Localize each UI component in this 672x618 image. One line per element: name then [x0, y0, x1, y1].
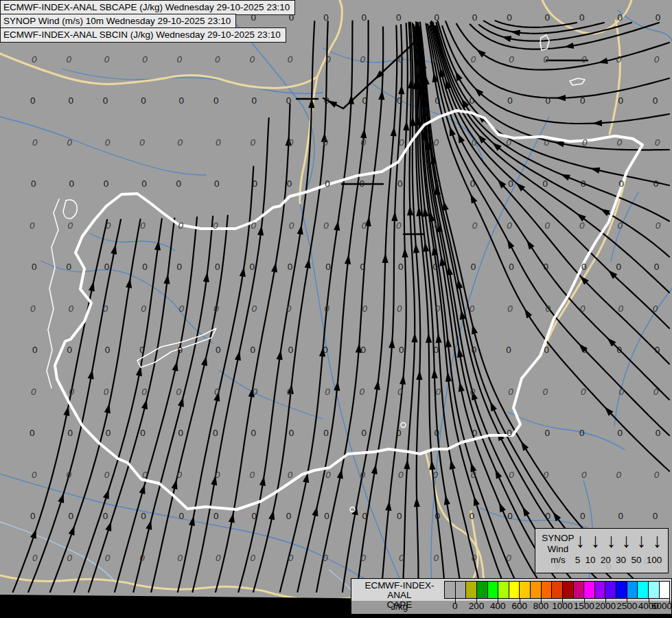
- grid-zero-label: 0: [655, 345, 660, 355]
- grid-zero-label: 0: [32, 262, 37, 272]
- grid-zero-label: 0: [472, 345, 477, 355]
- grid-zero-label: 0: [544, 137, 550, 148]
- grid-zero-label: 0: [324, 511, 329, 521]
- grid-zero-label: 0: [68, 95, 73, 106]
- grid-zero-label: 0: [472, 553, 477, 563]
- cape-color-cell: [573, 581, 585, 599]
- grid-zero-label: 0: [141, 387, 147, 397]
- grid-zero-label: 0: [435, 511, 440, 521]
- grid-zero-label: 0: [32, 137, 38, 148]
- grid-zero-label: 0: [105, 137, 111, 148]
- grid-zero-label: 0: [288, 553, 294, 563]
- grid-zero-label: 0: [654, 54, 660, 65]
- grid-zero-label: 0: [543, 387, 548, 397]
- grid-zero-label: 0: [67, 345, 72, 355]
- grid-zero-label: 0: [106, 428, 111, 438]
- grid-zero-label: 0: [618, 387, 624, 397]
- grid-zero-label: 0: [213, 428, 218, 438]
- grid-zero-label: 0: [325, 54, 331, 65]
- grid-zero-label: 0: [251, 304, 257, 314]
- grid-zero-label: 0: [507, 511, 513, 521]
- grid-zero-label: 0: [178, 553, 183, 563]
- wind-arrow-icon: ↓: [591, 527, 600, 553]
- grid-zero-label: 0: [362, 304, 368, 314]
- grid-zero-label: 0: [103, 511, 108, 521]
- grid-zero-label: 0: [213, 304, 219, 314]
- grid-zero-label: 0: [249, 54, 255, 65]
- grid-zero-label: 0: [507, 428, 512, 438]
- grid-zero-label: 0: [362, 511, 368, 521]
- grid-zero-label: 0: [288, 262, 293, 272]
- grid-zero-label: 0: [472, 428, 478, 438]
- wind-arrow-icon: ↓: [576, 527, 585, 553]
- cape-color-cell: [594, 581, 606, 599]
- map-background-layer: [0, 0, 672, 618]
- cape-tick-label: 6000: [647, 601, 672, 611]
- grid-zero-label: 0: [67, 553, 72, 563]
- grid-zero-label: 0: [434, 12, 439, 23]
- cape-color-cell: [498, 581, 509, 599]
- grid-zero-label: 0: [361, 137, 367, 148]
- grid-zero-label: 0: [435, 387, 441, 397]
- grid-zero-label: 0: [325, 387, 330, 397]
- grid-zero-label: 0: [213, 511, 219, 521]
- grid-zero-label: 0: [580, 95, 586, 106]
- grid-zero-label: 0: [617, 428, 623, 438]
- grid-zero-label: 0: [581, 179, 586, 189]
- grid-zero-label: 0: [67, 428, 73, 438]
- grid-zero-label: 0: [104, 387, 109, 397]
- grid-zero-label: 0: [582, 137, 588, 148]
- grid-zero-label: 0: [653, 304, 658, 314]
- grid-zero-label: 0: [618, 511, 623, 521]
- grid-zero-label: 0: [653, 387, 659, 397]
- grid-zero-label: 0: [360, 54, 366, 65]
- grid-zero-label: 0: [141, 179, 147, 189]
- grid-zero-label: 0: [178, 428, 184, 438]
- grid-zero-label: 0: [396, 12, 402, 23]
- grid-zero-label: 0: [142, 470, 148, 480]
- grid-zero-label: 0: [66, 262, 71, 272]
- cape-color-cell: [465, 581, 477, 599]
- grid-zero-label: 0: [325, 179, 330, 189]
- wind-legend: SYNOP Wind m/s ↓↓↓↓↓↓ 510203050100 0 0 0: [535, 528, 669, 573]
- grid-zero-label: 0: [178, 345, 183, 355]
- ghost-grid-value: 0: [555, 560, 559, 571]
- cape-colorbar: [444, 581, 670, 599]
- grid-zero-label: 0: [544, 345, 550, 355]
- grid-zero-label: 0: [30, 220, 35, 231]
- grid-zero-label: 0: [216, 345, 221, 355]
- grid-zero-label: 0: [67, 137, 72, 148]
- cape-color-cell: [637, 581, 649, 599]
- grid-zero-label: 0: [30, 511, 36, 521]
- grid-zero-label: 0: [323, 220, 329, 231]
- grid-zero-label: 0: [579, 12, 585, 23]
- grid-zero-label: 0: [32, 54, 37, 65]
- grid-zero-label: 0: [362, 95, 368, 106]
- grid-zero-label: 0: [286, 95, 292, 106]
- grid-zero-label: 0: [581, 54, 587, 65]
- grid-zero-label: 0: [471, 470, 476, 480]
- grid-zero-label: 0: [176, 387, 182, 397]
- grid-zero-label: 0: [432, 54, 438, 65]
- grid-zero-label: 0: [289, 428, 294, 438]
- grid-zero-label: 0: [470, 511, 475, 521]
- grid-zero-label: 0: [68, 304, 73, 314]
- grid-zero-label: 0: [653, 95, 658, 106]
- wind-speed-label: 30: [616, 555, 626, 565]
- cape-color-cell: [616, 581, 627, 599]
- grid-zero-label: 0: [104, 470, 110, 480]
- grid-zero-label: 0: [472, 137, 477, 148]
- grid-zero-label: 0: [546, 95, 551, 106]
- wind-speed-label: 10: [585, 555, 595, 565]
- grid-zero-label: 0: [616, 470, 621, 480]
- grid-zero-label: 0: [176, 179, 182, 189]
- grid-zero-label: 0: [656, 220, 661, 231]
- grid-zero-label: 0: [362, 220, 367, 231]
- grid-zero-label: 0: [433, 345, 439, 355]
- grid-zero-label: 0: [288, 137, 294, 148]
- cape-legend: ECMWF-INDEX-ANAL CAPE J/kg 0 0 020040060…: [351, 578, 672, 615]
- cape-color-cell: [541, 581, 553, 599]
- grid-zero-label: 0: [579, 220, 585, 231]
- grid-zero-label: 0: [507, 220, 512, 231]
- grid-zero-label: 0: [104, 262, 110, 272]
